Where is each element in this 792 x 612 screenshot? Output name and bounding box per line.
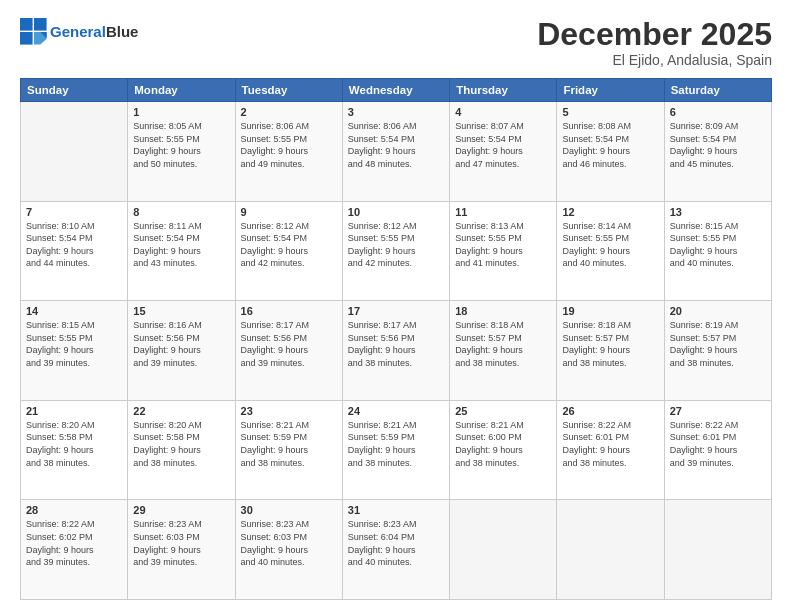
day-info: Sunrise: 8:12 AMSunset: 5:55 PMDaylight:… — [348, 220, 444, 270]
calendar-cell: 22Sunrise: 8:20 AMSunset: 5:58 PMDayligh… — [128, 400, 235, 500]
day-info: Sunrise: 8:09 AMSunset: 5:54 PMDaylight:… — [670, 120, 766, 170]
logo: GeneralBlue — [20, 18, 138, 46]
day-info: Sunrise: 8:08 AMSunset: 5:54 PMDaylight:… — [562, 120, 658, 170]
calendar-cell: 29Sunrise: 8:23 AMSunset: 6:03 PMDayligh… — [128, 500, 235, 600]
calendar-cell: 5Sunrise: 8:08 AMSunset: 5:54 PMDaylight… — [557, 102, 664, 202]
day-info: Sunrise: 8:13 AMSunset: 5:55 PMDaylight:… — [455, 220, 551, 270]
weekday-header-monday: Monday — [128, 79, 235, 102]
day-info: Sunrise: 8:15 AMSunset: 5:55 PMDaylight:… — [26, 319, 122, 369]
day-number: 17 — [348, 305, 444, 317]
calendar-cell: 20Sunrise: 8:19 AMSunset: 5:57 PMDayligh… — [664, 301, 771, 401]
day-number: 25 — [455, 405, 551, 417]
calendar-cell: 25Sunrise: 8:21 AMSunset: 6:00 PMDayligh… — [450, 400, 557, 500]
title-block: December 2025 El Ejido, Andalusia, Spain — [537, 18, 772, 68]
calendar-cell: 31Sunrise: 8:23 AMSunset: 6:04 PMDayligh… — [342, 500, 449, 600]
calendar-cell — [557, 500, 664, 600]
weekday-header-saturday: Saturday — [664, 79, 771, 102]
day-number: 16 — [241, 305, 337, 317]
day-number: 21 — [26, 405, 122, 417]
day-info: Sunrise: 8:15 AMSunset: 5:55 PMDaylight:… — [670, 220, 766, 270]
day-info: Sunrise: 8:22 AMSunset: 6:01 PMDaylight:… — [670, 419, 766, 469]
day-info: Sunrise: 8:14 AMSunset: 5:55 PMDaylight:… — [562, 220, 658, 270]
calendar-cell: 26Sunrise: 8:22 AMSunset: 6:01 PMDayligh… — [557, 400, 664, 500]
day-number: 7 — [26, 206, 122, 218]
day-info: Sunrise: 8:21 AMSunset: 6:00 PMDaylight:… — [455, 419, 551, 469]
calendar-cell: 15Sunrise: 8:16 AMSunset: 5:56 PMDayligh… — [128, 301, 235, 401]
day-info: Sunrise: 8:21 AMSunset: 5:59 PMDaylight:… — [348, 419, 444, 469]
calendar-cell: 30Sunrise: 8:23 AMSunset: 6:03 PMDayligh… — [235, 500, 342, 600]
day-info: Sunrise: 8:11 AMSunset: 5:54 PMDaylight:… — [133, 220, 229, 270]
weekday-header-friday: Friday — [557, 79, 664, 102]
logo-blue: Blue — [106, 23, 139, 40]
day-info: Sunrise: 8:20 AMSunset: 5:58 PMDaylight:… — [26, 419, 122, 469]
weekday-header-wednesday: Wednesday — [342, 79, 449, 102]
calendar-table: SundayMondayTuesdayWednesdayThursdayFrid… — [20, 78, 772, 600]
day-info: Sunrise: 8:23 AMSunset: 6:03 PMDaylight:… — [241, 518, 337, 568]
day-info: Sunrise: 8:06 AMSunset: 5:54 PMDaylight:… — [348, 120, 444, 170]
day-number: 19 — [562, 305, 658, 317]
calendar-cell: 11Sunrise: 8:13 AMSunset: 5:55 PMDayligh… — [450, 201, 557, 301]
svg-rect-1 — [34, 18, 47, 31]
calendar-cell: 12Sunrise: 8:14 AMSunset: 5:55 PMDayligh… — [557, 201, 664, 301]
day-number: 24 — [348, 405, 444, 417]
day-number: 3 — [348, 106, 444, 118]
weekday-header-thursday: Thursday — [450, 79, 557, 102]
day-info: Sunrise: 8:10 AMSunset: 5:54 PMDaylight:… — [26, 220, 122, 270]
calendar-cell: 13Sunrise: 8:15 AMSunset: 5:55 PMDayligh… — [664, 201, 771, 301]
day-number: 8 — [133, 206, 229, 218]
calendar-cell: 19Sunrise: 8:18 AMSunset: 5:57 PMDayligh… — [557, 301, 664, 401]
day-number: 2 — [241, 106, 337, 118]
day-info: Sunrise: 8:19 AMSunset: 5:57 PMDaylight:… — [670, 319, 766, 369]
day-number: 4 — [455, 106, 551, 118]
day-number: 18 — [455, 305, 551, 317]
page-header: GeneralBlue December 2025 El Ejido, Anda… — [20, 18, 772, 68]
calendar-cell: 10Sunrise: 8:12 AMSunset: 5:55 PMDayligh… — [342, 201, 449, 301]
calendar-cell — [450, 500, 557, 600]
calendar-cell — [21, 102, 128, 202]
day-info: Sunrise: 8:22 AMSunset: 6:01 PMDaylight:… — [562, 419, 658, 469]
day-info: Sunrise: 8:12 AMSunset: 5:54 PMDaylight:… — [241, 220, 337, 270]
calendar-cell: 28Sunrise: 8:22 AMSunset: 6:02 PMDayligh… — [21, 500, 128, 600]
calendar-cell: 23Sunrise: 8:21 AMSunset: 5:59 PMDayligh… — [235, 400, 342, 500]
calendar-cell: 1Sunrise: 8:05 AMSunset: 5:55 PMDaylight… — [128, 102, 235, 202]
day-info: Sunrise: 8:17 AMSunset: 5:56 PMDaylight:… — [241, 319, 337, 369]
day-number: 14 — [26, 305, 122, 317]
calendar-cell: 2Sunrise: 8:06 AMSunset: 5:55 PMDaylight… — [235, 102, 342, 202]
day-info: Sunrise: 8:07 AMSunset: 5:54 PMDaylight:… — [455, 120, 551, 170]
day-number: 26 — [562, 405, 658, 417]
day-info: Sunrise: 8:16 AMSunset: 5:56 PMDaylight:… — [133, 319, 229, 369]
calendar-cell: 16Sunrise: 8:17 AMSunset: 5:56 PMDayligh… — [235, 301, 342, 401]
logo-icon — [20, 18, 48, 46]
location: El Ejido, Andalusia, Spain — [537, 52, 772, 68]
month-title: December 2025 — [537, 18, 772, 50]
calendar-cell: 17Sunrise: 8:17 AMSunset: 5:56 PMDayligh… — [342, 301, 449, 401]
calendar-cell: 18Sunrise: 8:18 AMSunset: 5:57 PMDayligh… — [450, 301, 557, 401]
calendar-cell: 27Sunrise: 8:22 AMSunset: 6:01 PMDayligh… — [664, 400, 771, 500]
day-number: 15 — [133, 305, 229, 317]
day-number: 28 — [26, 504, 122, 516]
day-number: 23 — [241, 405, 337, 417]
day-info: Sunrise: 8:23 AMSunset: 6:04 PMDaylight:… — [348, 518, 444, 568]
day-number: 30 — [241, 504, 337, 516]
day-info: Sunrise: 8:18 AMSunset: 5:57 PMDaylight:… — [562, 319, 658, 369]
calendar-cell: 24Sunrise: 8:21 AMSunset: 5:59 PMDayligh… — [342, 400, 449, 500]
day-info: Sunrise: 8:18 AMSunset: 5:57 PMDaylight:… — [455, 319, 551, 369]
day-number: 31 — [348, 504, 444, 516]
calendar-cell: 9Sunrise: 8:12 AMSunset: 5:54 PMDaylight… — [235, 201, 342, 301]
calendar-cell: 6Sunrise: 8:09 AMSunset: 5:54 PMDaylight… — [664, 102, 771, 202]
day-number: 11 — [455, 206, 551, 218]
calendar-cell: 21Sunrise: 8:20 AMSunset: 5:58 PMDayligh… — [21, 400, 128, 500]
day-number: 20 — [670, 305, 766, 317]
day-number: 12 — [562, 206, 658, 218]
day-info: Sunrise: 8:23 AMSunset: 6:03 PMDaylight:… — [133, 518, 229, 568]
day-number: 5 — [562, 106, 658, 118]
day-number: 22 — [133, 405, 229, 417]
weekday-header-tuesday: Tuesday — [235, 79, 342, 102]
weekday-header-sunday: Sunday — [21, 79, 128, 102]
day-info: Sunrise: 8:05 AMSunset: 5:55 PMDaylight:… — [133, 120, 229, 170]
day-number: 6 — [670, 106, 766, 118]
day-info: Sunrise: 8:21 AMSunset: 5:59 PMDaylight:… — [241, 419, 337, 469]
svg-rect-2 — [20, 32, 33, 45]
day-number: 9 — [241, 206, 337, 218]
day-info: Sunrise: 8:20 AMSunset: 5:58 PMDaylight:… — [133, 419, 229, 469]
